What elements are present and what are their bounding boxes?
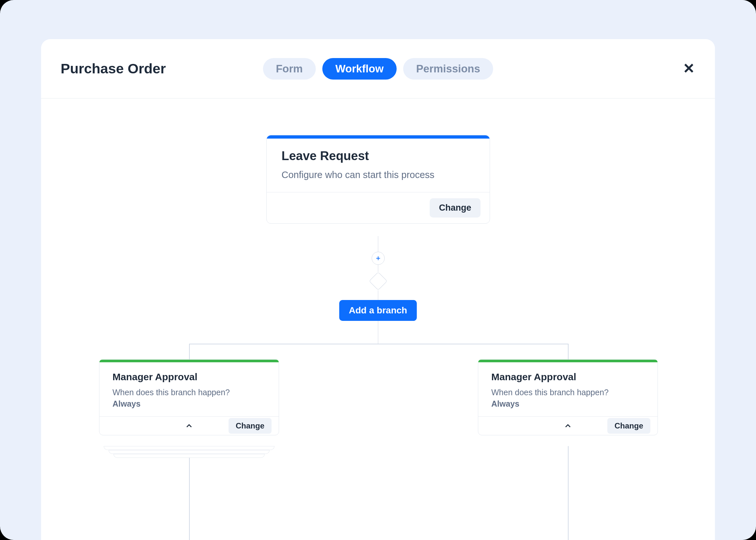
header: Purchase Order Form Workflow Permissions	[41, 39, 715, 98]
tab-permissions[interactable]: Permissions	[403, 58, 493, 79]
connector-line	[568, 344, 568, 360]
add-step-button[interactable]	[372, 252, 385, 265]
app-background: Purchase Order Form Workflow Permissions…	[0, 0, 756, 540]
branch-card[interactable]: Manager Approval When does this branch h…	[99, 359, 279, 435]
branch-answer: Always	[112, 399, 266, 409]
branch-actions: Change	[478, 416, 658, 435]
connector-line	[189, 344, 190, 360]
connector-line	[378, 290, 378, 300]
start-node-card[interactable]: Leave Request Configure who can start th…	[266, 135, 490, 224]
branch-change-button[interactable]: Change	[607, 418, 650, 434]
start-card-title: Leave Request	[282, 149, 475, 163]
page-title: Purchase Order	[61, 61, 166, 76]
card-stack-shadow	[104, 446, 275, 450]
diamond-icon	[369, 272, 387, 291]
card-stack-shadow	[113, 454, 265, 458]
decision-node[interactable]	[369, 272, 387, 290]
branch-card[interactable]: Manager Approval When does this branch h…	[478, 359, 658, 435]
collapse-button[interactable]	[185, 421, 193, 430]
connector-line	[378, 236, 378, 252]
branch-title: Manager Approval	[112, 371, 266, 382]
tab-form[interactable]: Form	[263, 58, 316, 79]
start-card-body: Leave Request Configure who can start th…	[267, 139, 490, 192]
close-button[interactable]	[682, 62, 695, 76]
tab-workflow[interactable]: Workflow	[322, 58, 397, 79]
connector-line	[378, 265, 378, 272]
branch-change-button[interactable]: Change	[228, 418, 272, 434]
branch-question: When does this branch happen?	[491, 388, 645, 397]
branch-answer: Always	[491, 399, 645, 409]
branch-accent	[99, 360, 279, 362]
tabs: Form Workflow Permissions	[263, 58, 493, 79]
connector-line	[189, 458, 190, 540]
main-panel: Purchase Order Form Workflow Permissions…	[41, 39, 715, 540]
branch-question: When does this branch happen?	[112, 388, 266, 397]
workflow-canvas: Leave Request Configure who can start th…	[41, 98, 715, 540]
branch-actions: Change	[99, 416, 279, 435]
connector-line	[378, 321, 378, 344]
start-card-subtitle: Configure who can start this process	[282, 170, 475, 180]
chevron-up-icon	[185, 421, 193, 430]
card-stack-shadow	[109, 450, 270, 454]
branch-title: Manager Approval	[491, 371, 645, 382]
branch-body: Manager Approval When does this branch h…	[478, 362, 658, 416]
plus-icon	[375, 255, 381, 262]
start-card-accent	[267, 135, 490, 139]
start-card-actions: Change	[267, 192, 490, 223]
close-icon	[682, 62, 695, 75]
branch-body: Manager Approval When does this branch h…	[99, 362, 279, 416]
branch-accent	[478, 360, 658, 362]
collapse-button[interactable]	[563, 421, 572, 430]
start-change-button[interactable]: Change	[430, 198, 480, 217]
add-branch-button[interactable]: Add a branch	[339, 300, 417, 321]
chevron-up-icon	[563, 421, 572, 430]
branch-h-connector	[189, 344, 568, 344]
connector-line	[568, 446, 568, 540]
